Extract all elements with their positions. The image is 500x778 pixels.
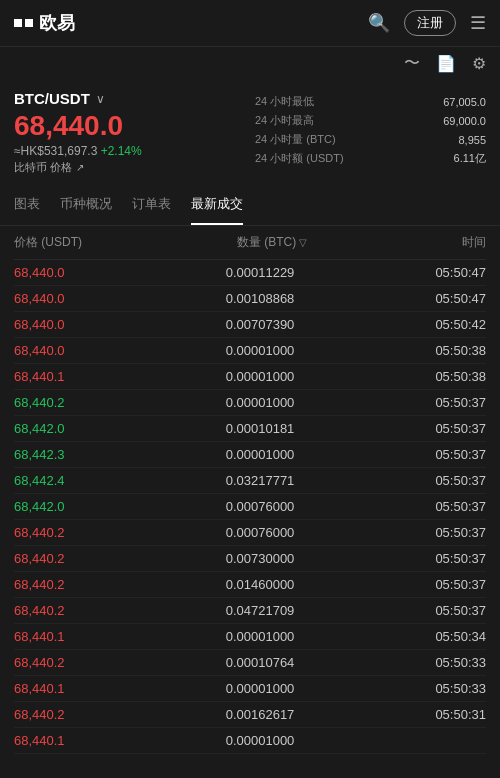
price-left: BTC/USDT ∨ 68,440.0 ≈HK$531,697.3 +2.14%…: [14, 90, 245, 175]
trade-time: 05:50:37: [416, 421, 486, 436]
table-row: 68,440.00.0010886805:50:47: [14, 286, 486, 312]
trade-qty: 0.00001000: [104, 369, 416, 384]
subheader: 〜 📄 ⚙: [0, 47, 500, 80]
trade-time: 05:50:47: [416, 265, 486, 280]
stat-row-vol-btc: 24 小时量 (BTC) 8,955: [255, 132, 486, 147]
logo-text: 欧易: [39, 11, 75, 35]
table-row: 68,440.20.0073000005:50:37: [14, 546, 486, 572]
table-header: 价格 (USDT) 数量 (BTC) ▽ 时间: [14, 226, 486, 260]
trade-time: 05:50:37: [416, 603, 486, 618]
chart-line-icon[interactable]: 〜: [404, 53, 420, 74]
trade-price: 68,440.1: [14, 681, 104, 696]
trade-price: 68,440.0: [14, 265, 104, 280]
trade-time: 05:50:31: [416, 707, 486, 722]
coin-label-text: 比特币 价格: [14, 160, 72, 175]
header: 欧易 🔍 注册 ☰: [0, 0, 500, 47]
trade-rows: 68,440.00.0001122905:50:4768,440.00.0010…: [14, 260, 486, 754]
tab-chart[interactable]: 图表: [14, 185, 40, 225]
th-qty: 数量 (BTC) ▽: [237, 234, 307, 251]
trade-price: 68,440.2: [14, 655, 104, 670]
low24h-value: 67,005.0: [443, 96, 486, 108]
trade-price: 68,440.2: [14, 603, 104, 618]
trade-table: 价格 (USDT) 数量 (BTC) ▽ 时间 68,440.00.000112…: [0, 226, 500, 754]
trade-price: 68,440.2: [14, 525, 104, 540]
price-section: BTC/USDT ∨ 68,440.0 ≈HK$531,697.3 +2.14%…: [0, 80, 500, 185]
coin-label: 比特币 价格 ↗: [14, 160, 245, 175]
th-price: 价格 (USDT): [14, 234, 82, 251]
logo-icon: [14, 19, 33, 27]
trade-time: 05:50:33: [416, 655, 486, 670]
trade-time: 05:50:47: [416, 291, 486, 306]
document-icon[interactable]: 📄: [436, 54, 456, 73]
table-row: 68,442.40.0321777105:50:37: [14, 468, 486, 494]
table-row: 68,440.20.0007600005:50:37: [14, 520, 486, 546]
table-row: 68,440.20.0146000005:50:37: [14, 572, 486, 598]
pair-chevron-icon[interactable]: ∨: [96, 92, 105, 106]
filter-icon[interactable]: ▽: [299, 237, 307, 248]
trade-time: 05:50:34: [416, 629, 486, 644]
table-row: 68,440.00.0000100005:50:38: [14, 338, 486, 364]
header-right: 🔍 注册 ☰: [368, 10, 486, 36]
trade-time: 05:50:38: [416, 343, 486, 358]
trade-time: 05:50:37: [416, 551, 486, 566]
trade-price: 68,440.1: [14, 733, 104, 748]
low24h-label: 24 小时最低: [255, 94, 314, 109]
table-row: 68,440.10.0000100005:50:34: [14, 624, 486, 650]
high24h-label: 24 小时最高: [255, 113, 314, 128]
hk-price: ≈HK$531,697.3 +2.14%: [14, 144, 245, 158]
trade-qty: 0.00001000: [104, 629, 416, 644]
change-pct: +2.14%: [101, 144, 142, 158]
vol24h-btc-label: 24 小时量 (BTC): [255, 132, 336, 147]
trade-qty: 0.00011229: [104, 265, 416, 280]
table-row: 68,440.10.0000100005:50:33: [14, 676, 486, 702]
vol24h-usdt-label: 24 小时额 (USDT): [255, 151, 344, 166]
high24h-value: 69,000.0: [443, 115, 486, 127]
trade-qty: 0.03217771: [104, 473, 416, 488]
pair-name: BTC/USDT: [14, 90, 90, 107]
trade-time: 05:50:37: [416, 577, 486, 592]
table-row: 68,440.20.0472170905:50:37: [14, 598, 486, 624]
trade-time: 05:50:37: [416, 447, 486, 462]
tab-trades[interactable]: 最新成交: [191, 185, 243, 225]
trade-price: 68,440.2: [14, 551, 104, 566]
trade-qty: 0.00730000: [104, 551, 416, 566]
table-row: 68,442.30.0000100005:50:37: [14, 442, 486, 468]
trade-qty: 0.00001000: [104, 447, 416, 462]
trade-qty: 0.00010181: [104, 421, 416, 436]
table-row: 68,440.20.0000100005:50:37: [14, 390, 486, 416]
register-button[interactable]: 注册: [404, 10, 456, 36]
tab-orders[interactable]: 订单表: [132, 185, 171, 225]
trade-qty: 0.04721709: [104, 603, 416, 618]
trade-price: 68,442.4: [14, 473, 104, 488]
tab-overview[interactable]: 币种概况: [60, 185, 112, 225]
th-time: 时间: [462, 234, 486, 251]
trade-time: 05:50:42: [416, 317, 486, 332]
logo-square-1: [14, 19, 22, 27]
table-row: 68,440.10.00001000: [14, 728, 486, 754]
trade-time: 05:50:37: [416, 499, 486, 514]
trade-qty: 0.00076000: [104, 525, 416, 540]
trade-time: 05:50:37: [416, 395, 486, 410]
trade-qty: 0.00076000: [104, 499, 416, 514]
trade-qty: 0.00001000: [104, 343, 416, 358]
vol24h-usdt-value: 6.11亿: [454, 151, 486, 166]
price-stats: 24 小时最低 67,005.0 24 小时最高 69,000.0 24 小时量…: [255, 90, 486, 175]
trade-price: 68,440.0: [14, 317, 104, 332]
trade-price: 68,440.2: [14, 577, 104, 592]
trade-price: 68,442.0: [14, 499, 104, 514]
settings-icon[interactable]: ⚙: [472, 54, 486, 73]
trade-qty: 0.00010764: [104, 655, 416, 670]
hk-price-value: ≈HK$531,697.3: [14, 144, 97, 158]
search-icon[interactable]: 🔍: [368, 12, 390, 34]
menu-icon[interactable]: ☰: [470, 12, 486, 34]
stat-row-low: 24 小时最低 67,005.0: [255, 94, 486, 109]
external-link-icon[interactable]: ↗: [76, 162, 84, 173]
table-row: 68,442.00.0007600005:50:37: [14, 494, 486, 520]
trade-time: 05:50:37: [416, 525, 486, 540]
vol24h-btc-value: 8,955: [458, 134, 486, 146]
trade-qty: 0.00001000: [104, 733, 416, 748]
trade-qty: 0.00108868: [104, 291, 416, 306]
trade-qty: 0.00162617: [104, 707, 416, 722]
logo: 欧易: [14, 11, 75, 35]
stat-row-vol-usdt: 24 小时额 (USDT) 6.11亿: [255, 151, 486, 166]
